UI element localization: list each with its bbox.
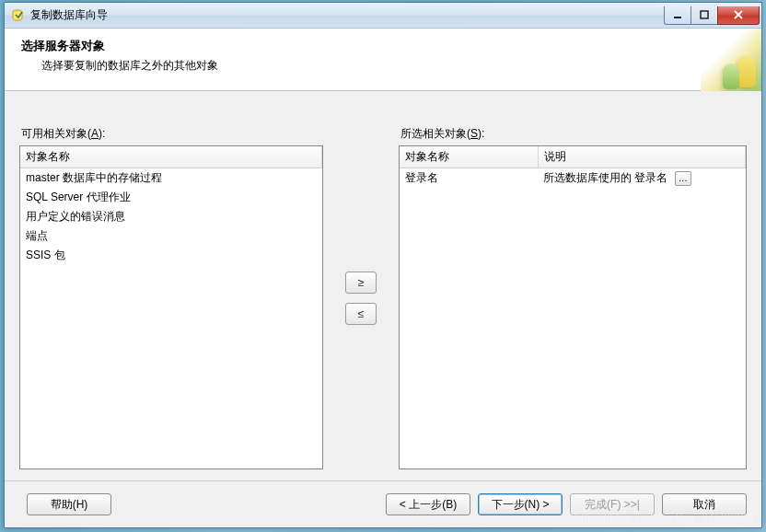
available-col-name[interactable]: 对象名称 [20, 146, 322, 168]
wizard-window: 复制数据库向导 选择服务器对象 选择要复制的数据库之外的其他对象 可用相关对象(… [4, 2, 762, 528]
available-listbox[interactable]: 对象名称 master 数据库中的存储过程 SQL Server 代理作业 用户… [19, 145, 323, 469]
list-item[interactable]: SSIS 包 [20, 246, 322, 265]
list-item[interactable]: 用户定义的错误消息 [20, 207, 322, 226]
titlebar[interactable]: 复制数据库向导 [5, 3, 761, 29]
selected-pane: 所选相关对象(S): 对象名称 说明 登录名 所选数据库使用的 登录名 [399, 126, 747, 469]
window-controls [665, 6, 760, 25]
maximize-button[interactable] [691, 6, 718, 25]
selected-caption: 所选相关对象(S): [400, 126, 747, 142]
finish-button: 完成(F) >>| [570, 493, 655, 515]
selected-listbox[interactable]: 对象名称 说明 登录名 所选数据库使用的 登录名 … [399, 145, 747, 469]
list-item[interactable]: 端点 [20, 226, 322, 246]
list-item[interactable]: SQL Server 代理作业 [20, 188, 322, 207]
wizard-header: 选择服务器对象 选择要复制的数据库之外的其他对象 [5, 29, 761, 91]
move-left-button[interactable]: ≤ [345, 303, 377, 325]
move-buttons: ≥ ≤ [323, 126, 399, 469]
selected-row-desc: 所选数据库使用的 登录名 … [538, 168, 746, 189]
minimize-button[interactable] [664, 6, 691, 25]
ellipsis-button[interactable]: … [675, 171, 691, 186]
help-button[interactable]: 帮助(H) [27, 493, 111, 515]
window-title: 复制数据库向导 [30, 7, 108, 23]
list-item[interactable]: master 数据库中的存储过程 [20, 168, 322, 189]
selected-col-name[interactable]: 对象名称 [400, 146, 538, 168]
selected-row-name: 登录名 [400, 168, 538, 189]
selected-col-desc[interactable]: 说明 [538, 146, 746, 168]
svg-rect-2 [701, 11, 708, 18]
page-subtitle: 选择要复制的数据库之外的其他对象 [41, 58, 747, 74]
app-icon [10, 8, 25, 23]
back-button[interactable]: < 上一步(B) [386, 493, 470, 515]
available-caption: 可用相关对象(A): [21, 126, 323, 142]
next-button[interactable]: 下一步(N) > [478, 493, 563, 515]
available-pane: 可用相关对象(A): 对象名称 master 数据库中的存储过程 SQL Ser… [19, 126, 323, 469]
svg-rect-1 [674, 17, 681, 18]
table-row[interactable]: 登录名 所选数据库使用的 登录名 … [400, 168, 746, 189]
wizard-footer: 帮助(H) < 上一步(B) 下一步(N) > 完成(F) >>| 取消 [5, 481, 761, 527]
close-button[interactable] [717, 6, 760, 25]
cancel-button[interactable]: 取消 [662, 493, 747, 515]
move-right-button[interactable]: ≥ [345, 272, 377, 294]
page-title: 选择服务器对象 [21, 38, 747, 54]
header-graphic [701, 29, 761, 91]
content-area: 可用相关对象(A): 对象名称 master 数据库中的存储过程 SQL Ser… [5, 91, 761, 481]
